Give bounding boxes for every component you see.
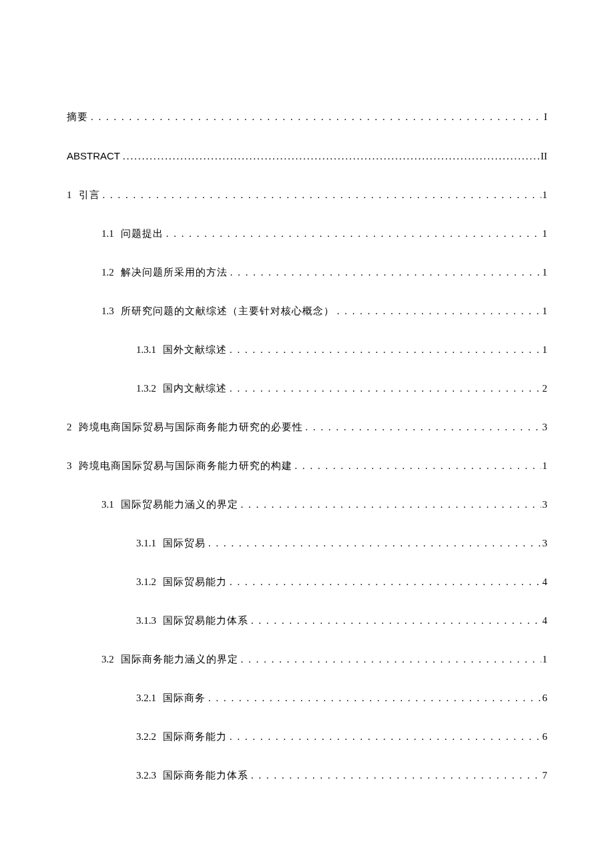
toc-title: 国际商务能力涵义的界定: [121, 653, 238, 667]
toc-title: 国际商务能力体系: [163, 769, 248, 783]
toc-leader-dots: [206, 536, 541, 550]
toc-leader-dots: [238, 498, 541, 512]
toc-title: 所研究问题的文献综述（主要针对核心概念）: [121, 304, 334, 318]
toc-page-number: 4: [541, 575, 548, 589]
toc-number: 1.1: [101, 227, 114, 241]
toc-entry: 3.1.2国际贸易能力4: [136, 575, 547, 589]
toc-entry: 3.2国际商务能力涵义的界定1: [101, 653, 547, 667]
toc-number: 1.2: [101, 266, 114, 280]
toc-entry: 1.2解决问题所采用的方法1: [101, 266, 547, 280]
toc-leader-dots: [228, 266, 541, 280]
toc-page-number: 1: [541, 343, 548, 357]
toc-leader-dots: [100, 188, 541, 202]
toc-leader-dots: [88, 110, 543, 124]
toc-title: 国际贸易能力涵义的界定: [121, 498, 238, 512]
toc-entry: 1.3.1国外文献综述1: [136, 343, 547, 357]
toc-entry: 3.1国际贸易能力涵义的界定3: [101, 498, 547, 512]
toc-number: 1.3.2: [136, 382, 156, 396]
toc-number: 3.1: [101, 498, 114, 512]
toc-entry: 3.2.3国际商务能力体系7: [136, 769, 547, 783]
toc-title: 国际贸易能力: [163, 575, 227, 589]
toc-title: 摘要: [67, 110, 88, 124]
toc-leader-dots: [227, 730, 541, 744]
table-of-contents: 摘要IABSTRACTII1引言11.1问题提出11.2解决问题所采用的方法11…: [67, 110, 547, 783]
toc-title: 引言: [79, 188, 100, 202]
toc-number: 3.2: [101, 653, 114, 667]
toc-leader-dots: [120, 149, 539, 163]
toc-leader-dots: [227, 382, 541, 396]
toc-page-number: 2: [541, 382, 548, 396]
toc-title: 国际贸易能力体系: [163, 614, 248, 628]
toc-entry: 3跨境电商国际贸易与国际商务能力研究的构建1: [67, 459, 547, 473]
toc-leader-dots: [292, 459, 541, 473]
toc-page-number: 1: [541, 266, 548, 280]
toc-leader-dots: [227, 343, 541, 357]
toc-leader-dots: [248, 614, 541, 628]
toc-page-number: 7: [541, 769, 548, 783]
toc-leader-dots: [334, 304, 541, 318]
toc-number: 1: [67, 188, 72, 202]
toc-title: 跨境电商国际贸易与国际商务能力研究的必要性: [79, 420, 303, 434]
toc-entry: 摘要I: [67, 110, 547, 124]
toc-number: 3.2.1: [136, 691, 156, 705]
toc-page-number: 3: [541, 498, 548, 512]
toc-page-number: 1: [541, 304, 548, 318]
toc-entry: ABSTRACTII: [67, 149, 547, 163]
toc-page-number: I: [543, 110, 547, 124]
toc-number: 2: [67, 420, 72, 434]
toc-page-number: 6: [541, 730, 548, 744]
toc-leader-dots: [248, 769, 541, 783]
toc-page-number: 4: [541, 614, 548, 628]
toc-number: 3.1.2: [136, 575, 156, 589]
toc-entry: 2跨境电商国际贸易与国际商务能力研究的必要性3: [67, 420, 547, 434]
toc-page-number: 3: [541, 420, 548, 434]
toc-leader-dots: [206, 691, 541, 705]
toc-page-number: 3: [541, 536, 548, 550]
toc-entry: 3.2.2国际商务能力6: [136, 730, 547, 744]
toc-title: 国外文献综述: [163, 343, 227, 357]
toc-title: 国际贸易: [163, 536, 206, 550]
toc-number: 3.1.3: [136, 614, 156, 628]
toc-number: 1.3: [101, 304, 114, 318]
toc-entry: 1.3.2国内文献综述2: [136, 382, 547, 396]
toc-title: 解决问题所采用的方法: [121, 266, 228, 280]
toc-leader-dots: [227, 575, 541, 589]
toc-title: 国际商务: [163, 691, 206, 705]
toc-title: 问题提出: [121, 227, 164, 241]
toc-page-number: 1: [541, 459, 548, 473]
toc-page-number: 1: [541, 188, 548, 202]
toc-page-number: 1: [541, 653, 548, 667]
toc-entry: 1.1问题提出1: [101, 227, 547, 241]
toc-entry: 1引言1: [67, 188, 547, 202]
toc-number: 3: [67, 459, 72, 473]
toc-title: ABSTRACT: [67, 149, 120, 163]
toc-page-number: II: [539, 149, 547, 163]
toc-number: 3.1.1: [136, 536, 156, 550]
toc-number: 1.3.1: [136, 343, 156, 357]
toc-entry: 3.2.1国际商务6: [136, 691, 547, 705]
toc-title: 跨境电商国际贸易与国际商务能力研究的构建: [79, 459, 292, 473]
toc-number: 3.2.3: [136, 769, 156, 783]
toc-leader-dots: [164, 227, 541, 241]
toc-page-number: 6: [541, 691, 548, 705]
toc-page-number: 1: [541, 227, 548, 241]
toc-entry: 1.3所研究问题的文献综述（主要针对核心概念）1: [101, 304, 547, 318]
toc-leader-dots: [303, 420, 541, 434]
toc-number: 3.2.2: [136, 730, 156, 744]
toc-entry: 3.1.3国际贸易能力体系4: [136, 614, 547, 628]
toc-entry: 3.1.1国际贸易3: [136, 536, 547, 550]
toc-title: 国际商务能力: [163, 730, 227, 744]
toc-leader-dots: [238, 653, 541, 667]
toc-title: 国内文献综述: [163, 382, 227, 396]
